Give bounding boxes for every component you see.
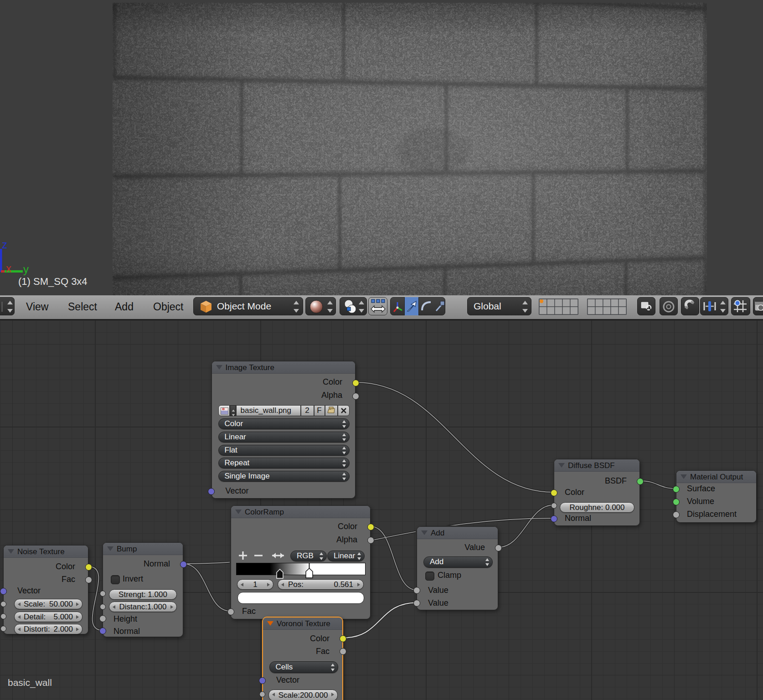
svg-text:y: y: [23, 263, 29, 275]
svg-text:x: x: [6, 262, 11, 274]
svg-text:z: z: [2, 238, 7, 251]
